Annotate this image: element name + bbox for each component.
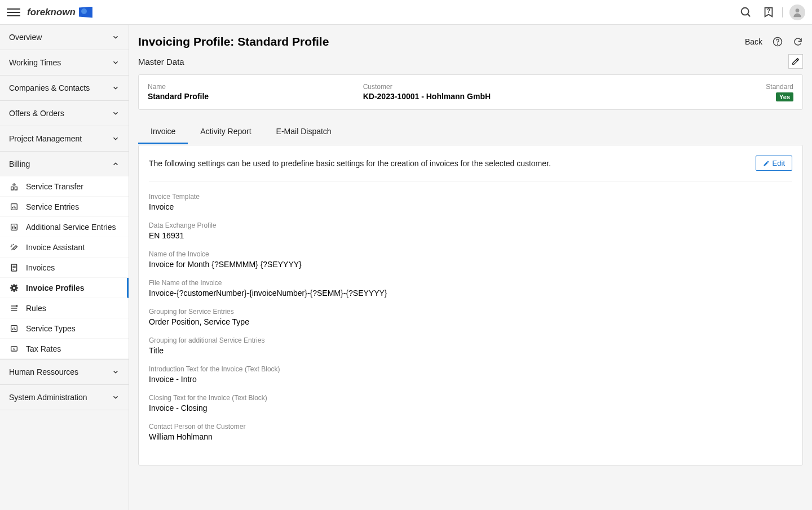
field-value: Invoice for Month {?SEMMMM} {?SEYYYY}	[149, 260, 792, 269]
nav-item-icon: $	[9, 344, 19, 354]
brand[interactable]: foreknown	[27, 7, 92, 18]
help-icon[interactable]	[773, 37, 783, 47]
sidebar-item-rules[interactable]: Rules	[0, 298, 129, 318]
brand-logo-icon	[79, 7, 92, 18]
sidebar-item-label: Service Transfer	[26, 182, 83, 191]
field-value: William Hohlmann	[149, 432, 792, 441]
refresh-icon[interactable]	[793, 37, 803, 47]
sidebar-section-working-times[interactable]: Working Times	[0, 50, 129, 75]
back-button[interactable]: Back	[745, 37, 762, 46]
sidebar-section-billing[interactable]: Billing	[0, 152, 129, 176]
search-icon[interactable]	[739, 6, 753, 19]
field-label: Introduction Text for the Invoice (Text …	[149, 365, 792, 373]
section-title: Master Data	[138, 57, 184, 66]
top-divider	[782, 7, 783, 17]
chevron-down-icon	[112, 33, 120, 41]
sidebar-item-tax-rates[interactable]: $Tax Rates	[0, 339, 129, 359]
sidebar-item-label: Service Types	[26, 324, 76, 333]
edit-master-button[interactable]	[788, 54, 803, 69]
sidebar-section-project-management[interactable]: Project Management	[0, 126, 129, 151]
svg-text:$: $	[13, 347, 15, 351]
field-contact-person-of-the-customer: Contact Person of the CustomerWilliam Ho…	[149, 423, 792, 441]
chevron-down-icon	[112, 84, 120, 92]
field-grouping-for-service-entries: Grouping for Service EntriesOrder Positi…	[149, 308, 792, 326]
field-label: Name of the Invoice	[149, 250, 792, 258]
sidebar-item-invoices[interactable]: Invoices	[0, 258, 129, 278]
svg-point-13	[13, 244, 14, 245]
edit-button[interactable]: Edit	[756, 156, 792, 171]
tabs: InvoiceActivity ReportE-Mail Dispatch	[138, 120, 803, 145]
chevron-down-icon	[112, 393, 120, 401]
tab-invoice[interactable]: Invoice	[138, 120, 188, 144]
sidebar-item-label: Rules	[26, 304, 46, 313]
sidebar-item-label: Additional Service Entries	[26, 223, 116, 232]
sidebar-item-invoice-profiles[interactable]: Invoice Profiles	[0, 278, 129, 298]
hamburger-menu[interactable]	[7, 6, 20, 19]
user-avatar[interactable]	[789, 5, 805, 20]
field-value: Invoice - Intro	[149, 375, 792, 384]
chevron-down-icon	[112, 135, 120, 143]
svg-point-31	[778, 44, 778, 45]
sidebar-section-overview[interactable]: Overview	[0, 25, 129, 50]
tab-activity-report[interactable]: Activity Report	[188, 120, 263, 144]
name-value: Standard Profile	[148, 92, 363, 101]
svg-point-12	[12, 245, 12, 245]
svg-point-14	[11, 246, 11, 247]
svg-point-3	[796, 8, 800, 12]
sidebar-section-system-administration[interactable]: System Administration	[0, 385, 129, 410]
nav-item-icon	[9, 283, 19, 293]
nav-item-icon	[9, 263, 19, 273]
master-data-card: Name Standard Profile Customer KD-2023-1…	[138, 74, 803, 110]
field-value: Invoice	[149, 202, 792, 211]
field-label: Grouping for Service Entries	[149, 308, 792, 316]
sidebar-item-invoice-assistant[interactable]: Invoice Assistant	[0, 237, 129, 258]
field-invoice-template: Invoice TemplateInvoice	[149, 193, 792, 211]
nav-item-icon	[9, 202, 19, 212]
sidebar-section-label: Working Times	[9, 58, 61, 67]
help-bookmark-icon[interactable]: ?	[762, 6, 775, 19]
sidebar: OverviewWorking TimesCompanies & Contact…	[0, 25, 129, 510]
field-file-name-of-the-invoice: File Name of the InvoiceInvoice-{?custom…	[149, 279, 792, 298]
edit-button-label: Edit	[773, 159, 785, 167]
customer-label: Customer	[363, 83, 579, 91]
sidebar-section-label: Project Management	[9, 134, 82, 143]
nav-item-icon	[9, 242, 19, 252]
field-closing-text-for-the-invoice-text-block-: Closing Text for the Invoice (Text Block…	[149, 394, 792, 413]
nav-item-icon	[9, 222, 19, 232]
field-grouping-for-additional-service-entries: Grouping for additional Service EntriesT…	[149, 336, 792, 355]
sidebar-section-label: Human Ressources	[9, 367, 78, 376]
field-label: Grouping for additional Service Entries	[149, 336, 792, 344]
sidebar-item-label: Invoice Profiles	[26, 283, 84, 292]
svg-line-1	[748, 14, 751, 16]
chevron-down-icon	[112, 59, 120, 66]
svg-text:?: ?	[767, 7, 770, 14]
sidebar-section-label: Billing	[9, 159, 30, 168]
sidebar-section-human-ressources[interactable]: Human Ressources	[0, 360, 129, 384]
sidebar-item-label: Service Entries	[26, 202, 79, 211]
sidebar-item-label: Invoice Assistant	[26, 243, 85, 252]
sidebar-item-service-types[interactable]: Service Types	[0, 318, 129, 339]
sidebar-section-label: System Administration	[9, 393, 87, 402]
field-label: Invoice Template	[149, 193, 792, 201]
sidebar-section-offers-orders[interactable]: Offers & Orders	[0, 101, 129, 126]
sidebar-item-service-transfer[interactable]: Service Transfer	[0, 176, 129, 197]
sidebar-item-additional-service-entries[interactable]: Additional Service Entries	[0, 217, 129, 237]
standard-badge: Yes	[776, 92, 793, 101]
standard-label: Standard	[578, 83, 793, 91]
field-value: Invoice-{?customerNumber}-{invoiceNumber…	[149, 289, 792, 298]
brand-text: foreknown	[27, 7, 76, 18]
chevron-down-icon	[112, 368, 120, 376]
nav-item-icon	[9, 303, 19, 313]
field-data-exchange-profile: Data Exchange ProfileEN 16931	[149, 221, 792, 240]
name-label: Name	[148, 83, 363, 91]
sidebar-item-label: Tax Rates	[26, 344, 61, 353]
sidebar-item-service-entries[interactable]: Service Entries	[0, 197, 129, 217]
sidebar-section-companies-contacts[interactable]: Companies & Contacts	[0, 76, 129, 100]
field-label: Data Exchange Profile	[149, 221, 792, 229]
chevron-down-icon	[112, 109, 120, 117]
nav-item-icon	[9, 181, 19, 192]
sidebar-section-label: Offers & Orders	[9, 109, 64, 118]
sidebar-item-label: Invoices	[26, 263, 55, 272]
field-label: File Name of the Invoice	[149, 279, 792, 287]
tab-e-mail-dispatch[interactable]: E-Mail Dispatch	[264, 120, 344, 144]
